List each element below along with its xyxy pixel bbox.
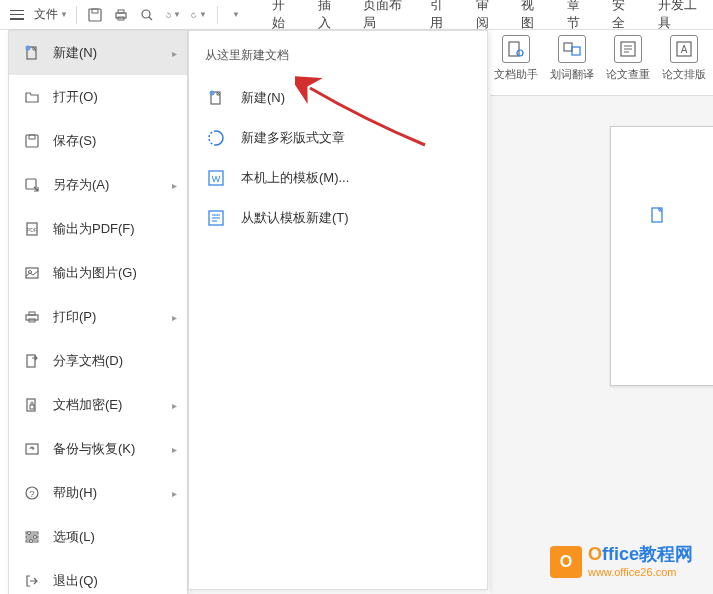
menu-item-label: 打印(P) [53,308,96,326]
menu-item-save[interactable]: 保存(S) [9,119,187,163]
colorful-icon [205,127,227,149]
divider [217,6,218,24]
svg-point-42 [30,540,33,543]
chevron-down-icon: ▼ [232,10,240,19]
svg-rect-1 [92,9,98,13]
chevron-right-icon: ▸ [172,488,177,499]
menu-item-label: 打开(O) [53,88,98,106]
chevron-right-icon: ▸ [172,400,177,411]
menu-item-new[interactable]: 新建(N)▸ [9,31,187,75]
menu-item-label: 选项(L) [53,528,95,546]
menu-item-exit[interactable]: 退出(Q) [9,559,187,594]
submenu-item-label: 本机上的模板(M)... [241,169,349,187]
svg-point-5 [142,10,150,18]
submenu-item-template[interactable]: W本机上的模板(M)... [189,158,487,198]
new-icon [23,44,41,62]
open-icon [23,88,41,106]
menu-item-pdf[interactable]: PDF输出为PDF(F) [9,207,187,251]
menu-item-print[interactable]: 打印(P)▸ [9,295,187,339]
menu-item-help[interactable]: ?帮助(H)▸ [9,471,187,515]
menu-item-label: 分享文档(D) [53,352,123,370]
chevron-right-icon: ▸ [172,444,177,455]
menu-item-encrypt[interactable]: 文档加密(E)▸ [9,383,187,427]
file-menu: 新建(N)▸打开(O)保存(S)另存为(A)▸PDF输出为PDF(F)输出为图片… [8,30,188,594]
menu-item-label: 保存(S) [53,132,96,150]
menu-item-label: 文档加密(E) [53,396,122,414]
tool-doc-assistant[interactable]: 文档助手 [492,35,540,82]
overflow-icon[interactable]: ▼ [228,7,244,23]
tool-format[interactable]: A 论文排版 [660,35,708,82]
file-menu-button[interactable]: 文件 ▼ [32,2,70,27]
tab-chapter[interactable]: 章节 [565,0,591,38]
svg-point-40 [28,532,31,535]
svg-line-6 [149,17,152,20]
svg-rect-31 [27,355,35,367]
svg-point-8 [517,50,523,56]
menu-item-saveas[interactable]: 另存为(A)▸ [9,163,187,207]
image-icon [23,264,41,282]
svg-rect-3 [118,10,124,13]
submenu-title: 从这里新建文档 [189,41,487,78]
svg-text:PDF: PDF [27,227,37,233]
tab-view[interactable]: 视图 [519,0,545,38]
submenu-item-colorful[interactable]: 新建多彩版式文章 [189,118,487,158]
tool-label: 论文排版 [662,67,706,82]
saveas-icon [23,176,41,194]
help-icon: ? [23,484,41,502]
watermark-logo: O [550,546,582,578]
hamburger-icon [10,10,24,20]
svg-text:W: W [212,174,221,184]
chevron-right-icon: ▸ [172,312,177,323]
svg-rect-9 [564,43,572,51]
print-icon[interactable] [113,7,129,23]
menu-item-open[interactable]: 打开(O) [9,75,187,119]
menu-item-label: 输出为图片(G) [53,264,137,282]
chevron-right-icon: ▸ [172,180,177,191]
page-icon [651,207,667,223]
ribbon-tools: 文档助手 划词翻译 论文查重 A 论文排版 [492,35,708,82]
menu-item-backup[interactable]: 备份与恢复(K)▸ [9,427,187,471]
undo-icon[interactable]: ▼ [165,7,181,23]
svg-rect-10 [572,47,580,55]
default-template-icon [205,207,227,229]
format-icon: A [670,35,698,63]
tool-translate[interactable]: 划词翻译 [548,35,596,82]
svg-rect-33 [30,405,34,409]
menu-item-image[interactable]: 输出为图片(G) [9,251,187,295]
tab-security[interactable]: 安全 [610,0,636,38]
watermark: O Office教程网 www.office26.com [550,544,693,579]
menu-item-label: 新建(N) [53,44,97,62]
submenu-item-label: 新建(N) [241,89,285,107]
redo-icon[interactable]: ▼ [191,7,207,23]
exit-icon [23,572,41,590]
menu-item-share[interactable]: 分享文档(D) [9,339,187,383]
save-icon[interactable] [87,7,103,23]
document-area [490,95,713,594]
submenu-item-new[interactable]: 新建(N) [189,78,487,118]
document-page[interactable] [610,126,713,386]
menu-item-label: 备份与恢复(K) [53,440,135,458]
submenu-item-default-template[interactable]: 从默认模板新建(T) [189,198,487,238]
submenu-item-label: 新建多彩版式文章 [241,129,345,147]
template-icon: W [205,167,227,189]
print-icon [23,308,41,326]
ribbon-tabs: 开始 插入 页面布局 引用 审阅 视图 章节 安全 开发工具 [260,0,713,28]
tool-check[interactable]: 论文查重 [604,35,652,82]
menu-item-label: 另存为(A) [53,176,109,194]
tool-label: 论文查重 [606,67,650,82]
submenu-item-label: 从默认模板新建(T) [241,209,349,227]
save-icon [23,132,41,150]
tab-developer[interactable]: 开发工具 [656,0,703,38]
menu-toggle[interactable] [4,6,30,24]
doc-assistant-icon [502,35,530,63]
tool-label: 文档助手 [494,67,538,82]
watermark-title: Office教程网 [588,544,693,566]
share-icon [23,352,41,370]
chevron-down-icon: ▼ [173,10,181,19]
new-submenu: 从这里新建文档 新建(N)新建多彩版式文章W本机上的模板(M)...从默认模板新… [188,30,488,590]
preview-icon[interactable] [139,7,155,23]
svg-rect-21 [26,135,38,147]
menu-item-label: 帮助(H) [53,484,97,502]
svg-text:A: A [681,44,688,55]
menu-item-options[interactable]: 选项(L) [9,515,187,559]
